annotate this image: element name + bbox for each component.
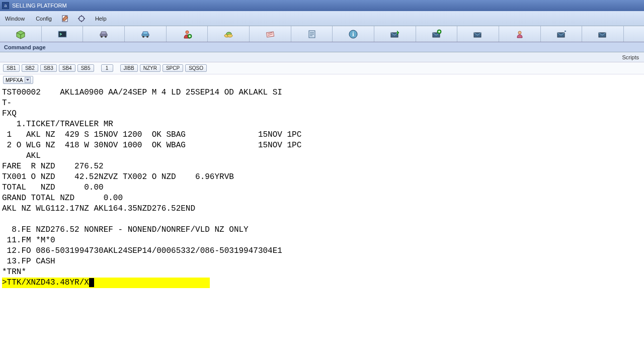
command-page-header: Command page xyxy=(0,42,644,52)
tool-send-plus[interactable] xyxy=(416,26,458,42)
tool-send[interactable] xyxy=(374,26,416,42)
tool-info[interactable]: i xyxy=(333,26,374,42)
send4-icon xyxy=(597,29,608,40)
tool-send3[interactable] xyxy=(541,26,583,42)
terminal-line: GRAND TOTAL NZD 0.00 xyxy=(2,193,642,204)
svg-point-15 xyxy=(227,34,232,37)
terminal-line: AKL xyxy=(2,151,642,161)
more-icon xyxy=(628,29,639,40)
menu-help[interactable]: Help xyxy=(93,14,109,24)
tool-ticket[interactable] xyxy=(250,26,291,42)
svg-point-1 xyxy=(79,16,84,21)
tool-person[interactable] xyxy=(167,26,208,42)
tool-terminal[interactable] xyxy=(42,26,84,42)
svg-rect-8 xyxy=(143,32,148,34)
tools-icon[interactable] xyxy=(77,14,86,23)
title-bar: a SELLING PLATFORM xyxy=(0,0,644,11)
app-title: SELLING PLATFORM xyxy=(12,3,67,9)
qbtn-sb1[interactable]: SB1 xyxy=(3,64,20,72)
ticket-icon xyxy=(265,29,276,40)
svg-point-6 xyxy=(105,36,107,38)
send-plus-icon xyxy=(431,29,442,40)
terminal-line: *TRN* xyxy=(2,267,642,278)
svg-point-9 xyxy=(142,36,144,38)
terminal-line: 12.FO 086-5031994730AKL24SEP14/00065332/… xyxy=(2,246,642,256)
qbtn-sb3[interactable]: SB3 xyxy=(40,64,57,72)
qbtn-sb2[interactable]: SB2 xyxy=(22,64,38,72)
terminal-line: TX001 O NZD 42.52NZVZ TX002 O NZD 6.96YR… xyxy=(2,172,642,183)
edit-icon[interactable] xyxy=(61,14,70,23)
menu-config[interactable]: Config xyxy=(34,14,54,24)
tool-car2[interactable] xyxy=(125,26,167,42)
subheader-label: Command page xyxy=(4,44,46,50)
svg-rect-4 xyxy=(101,32,106,34)
tool-car[interactable] xyxy=(83,26,125,42)
app-icon: a xyxy=(2,2,9,9)
qbtn-sqso[interactable]: SQSO xyxy=(185,64,207,72)
terminal-line: 2 O WLG NZ 418 W 30NOV 1000 OK WBAG 15NO… xyxy=(2,140,642,151)
person-icon xyxy=(182,29,193,40)
tool-send2[interactable] xyxy=(457,26,499,42)
tool-document[interactable] xyxy=(291,26,333,42)
terminal-line: TOTAL NZD 0.00 xyxy=(2,183,642,193)
package-icon xyxy=(15,29,26,40)
terminal-line: 1 AKL NZ 429 S 15NOV 1200 OK SBAG 15NOV … xyxy=(2,130,642,140)
send3-icon xyxy=(556,29,567,40)
svg-point-10 xyxy=(146,36,148,38)
cursor-icon xyxy=(89,278,94,287)
toolbar: i xyxy=(0,26,644,42)
svg-rect-2 xyxy=(58,31,66,37)
terminal-line: 11.FM *M*0 xyxy=(2,235,642,246)
command-input-line[interactable]: >TTK/XNZD43.48YR/X xyxy=(2,278,642,288)
tool-money[interactable] xyxy=(208,26,250,42)
dropdown-row: MPFXA xyxy=(0,74,644,85)
tool-send4[interactable] xyxy=(582,26,624,42)
qbtn-jibb[interactable]: JIBB xyxy=(120,64,138,72)
terminal-line: T- xyxy=(2,98,642,109)
send-icon xyxy=(389,29,400,40)
qbtn-sb4[interactable]: SB4 xyxy=(59,64,75,72)
car-icon xyxy=(98,29,109,40)
scripts-label[interactable]: Scripts xyxy=(622,54,639,60)
tool-package[interactable] xyxy=(0,26,42,42)
qbtn-nzyr[interactable]: NZYR xyxy=(140,64,160,72)
terminal-line xyxy=(2,214,642,225)
svg-point-24 xyxy=(518,31,521,34)
svg-point-5 xyxy=(101,36,103,38)
terminal-line: 13.FP CASH xyxy=(2,256,642,267)
terminal-line: FARE R NZD 276.52 xyxy=(2,161,642,172)
tool-more[interactable] xyxy=(624,26,644,42)
chevron-down-icon xyxy=(25,77,31,83)
qbtn-1[interactable]: 1 xyxy=(101,64,113,72)
terminal-line: TST00002 AKL1A0900 AA/24SEP M 4 LD 25SEP… xyxy=(2,87,642,98)
info-icon: i xyxy=(348,29,359,40)
dropdown-value: MPFXA xyxy=(6,77,23,83)
menu-window[interactable]: Window xyxy=(3,14,27,24)
send2-icon xyxy=(472,29,484,40)
document-icon xyxy=(306,29,317,40)
terminal-icon xyxy=(57,29,68,40)
qbtn-sb5[interactable]: SB5 xyxy=(77,64,94,72)
contact-icon xyxy=(514,29,525,40)
terminal-line: 8.FE NZD276.52 NONREF - NONEND/NONREF/VL… xyxy=(2,225,642,235)
money-icon xyxy=(223,29,234,40)
terminal-output[interactable]: TST00002 AKL1A0900 AA/24SEP M 4 LD 25SEP… xyxy=(0,85,644,362)
terminal-line: 1.TICKET/TRAVELER MR xyxy=(2,119,642,130)
svg-point-11 xyxy=(186,31,189,34)
menu-bar: Window Config Help xyxy=(0,11,644,26)
quick-button-row: SB1 SB2 SB3 SB4 SB5 1 JIBB NZYR SPCP SQS… xyxy=(0,62,644,74)
car2-icon xyxy=(140,29,151,40)
qbtn-spcp[interactable]: SPCP xyxy=(163,64,183,72)
tool-contact[interactable] xyxy=(499,26,541,42)
terminal-line: AKL NZ WLG112.17NZ AKL164.35NZD276.52END xyxy=(2,204,642,214)
mpfxa-dropdown[interactable]: MPFXA xyxy=(3,76,33,84)
terminal-line: FXQ xyxy=(2,109,642,119)
scripts-bar: Scripts xyxy=(0,52,644,62)
